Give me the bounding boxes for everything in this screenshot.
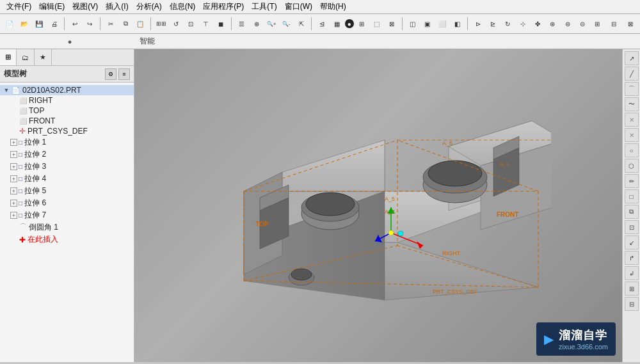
tb-btn-20[interactable]: ◧ (451, 17, 464, 31)
menu-file[interactable]: 文件(F) (3, 0, 35, 13)
menu-help[interactable]: 帮助(H) (316, 0, 350, 13)
undo-button[interactable]: ↩ (68, 17, 81, 31)
viewport[interactable]: A_5 A_5 A_4 A_1 TOP FRONT RIGHT PRT_CSYS… (134, 49, 622, 362)
right-btn-7[interactable]: ○ (625, 143, 639, 157)
right-btn-16[interactable]: ⊞ (625, 281, 639, 296)
expand-la4[interactable]: + (10, 175, 17, 182)
model-canvas[interactable]: A_5 A_5 A_4 A_1 TOP FRONT RIGHT PRT_CSYS… (134, 49, 622, 362)
tree-item-la7[interactable]: + □ 拉伸 7 (0, 209, 134, 221)
expand-la6[interactable]: + (10, 200, 17, 207)
menu-edit[interactable]: 编辑(E) (35, 0, 68, 13)
tree-item-right[interactable]: ⬜ RIGHT (0, 95, 134, 106)
paste-button[interactable]: 📋 (134, 17, 147, 31)
right-btn-15[interactable]: ↲ (625, 266, 639, 280)
right-btn-17[interactable]: ⊟ (625, 297, 639, 311)
tb-btn-28[interactable]: ⊝ (575, 17, 589, 31)
tb-btn-26[interactable]: ⊛ (546, 17, 559, 31)
cut-button[interactable]: ✂ (104, 17, 117, 31)
tb-btn-8[interactable]: 🔍+ (264, 17, 278, 31)
expand-la2[interactable]: + (10, 151, 17, 158)
tree-item-csys[interactable]: ✛ PRT_CSYS_DEF (0, 126, 134, 136)
copy-button[interactable]: ⧉ (118, 17, 132, 31)
expand-la5[interactable]: + (10, 187, 17, 194)
tb-btn-5[interactable]: ◼ (214, 17, 227, 31)
tree-item-file[interactable]: ▼ 📄 02D10AS02.PRT (0, 85, 134, 95)
sep-5 (311, 17, 312, 30)
right-btn-13[interactable]: ↙ (625, 235, 639, 249)
expand-la3[interactable]: + (10, 163, 17, 170)
redo-button[interactable]: ↪ (83, 17, 97, 31)
tree-item-chamfer[interactable]: ⌒ 倒圆角 1 (0, 221, 134, 233)
tree-item-la5[interactable]: + □ 拉伸 5 (0, 185, 134, 197)
tb-btn-27[interactable]: ⊜ (561, 17, 574, 31)
tree-item-la6[interactable]: + □ 拉伸 6 (0, 197, 134, 209)
tb-btn-4[interactable]: ⊤ (199, 17, 212, 31)
tab-fav[interactable]: ★ (35, 49, 52, 65)
tree-item-la2[interactable]: + □ 拉伸 2 (0, 148, 134, 161)
tree-item-la4[interactable]: + □ 拉伸 4 (0, 173, 134, 185)
tb-btn-7[interactable]: ⊕ (250, 17, 263, 31)
right-btn-10[interactable]: □ (625, 189, 639, 203)
right-btn-5[interactable]: ✕ (625, 113, 639, 127)
tb-btn-29[interactable]: ⊞ (591, 17, 604, 31)
tb-btn-16[interactable]: ⊠ (385, 17, 398, 31)
tree-item-top[interactable]: ⬜ TOP (0, 106, 134, 116)
tb-btn-17[interactable]: ◫ (406, 17, 419, 31)
right-btn-6[interactable]: ✕ (625, 128, 639, 142)
tree-item-front[interactable]: ⬜ FRONT (0, 116, 134, 126)
tb-btn-18[interactable]: ▣ (420, 17, 434, 31)
tb-btn-14[interactable]: ⊞ (355, 17, 369, 31)
expand-la1[interactable]: + (10, 139, 17, 146)
tb-btn-11[interactable]: ⊴ (315, 17, 328, 31)
right-btn-8[interactable]: ⬡ (625, 159, 639, 173)
right-btn-9[interactable]: ✏ (625, 174, 639, 188)
tb-btn-23[interactable]: ↻ (501, 17, 515, 31)
tb-btn-3[interactable]: ⊡ (184, 17, 198, 31)
right-btn-4[interactable]: 〜 (625, 97, 639, 111)
tab-grid[interactable]: ⊞ (0, 49, 17, 65)
sidebar-menu-btn[interactable]: ≡ (118, 68, 130, 80)
print-button[interactable]: 🖨 (47, 17, 61, 31)
menu-apps[interactable]: 应用程序(P) (199, 0, 248, 13)
right-btn-12[interactable]: ⊡ (625, 220, 639, 234)
new-button[interactable]: 📄 (3, 17, 16, 31)
menu-insert[interactable]: 插入(I) (102, 0, 132, 13)
tb-btn-12[interactable]: ▦ (330, 17, 344, 31)
menu-analysis[interactable]: 分析(A) (132, 0, 166, 13)
right-btn-14[interactable]: ↱ (625, 251, 639, 265)
expand-la7[interactable]: + (10, 212, 17, 219)
tab-folder[interactable]: 🗂 (17, 49, 35, 65)
tb-btn-10[interactable]: ⇱ (294, 17, 308, 31)
open-button[interactable]: 📂 (17, 17, 31, 31)
tb-btn-21[interactable]: ⊳ (471, 17, 484, 31)
tb-btn-6[interactable]: ☰ (235, 17, 248, 31)
tb-btn-25[interactable]: ✤ (531, 17, 544, 31)
tree-item-la3[interactable]: + □ 拉伸 3 (0, 161, 134, 173)
tb-btn-30[interactable]: ⊟ (607, 17, 621, 31)
right-btn-3[interactable]: ⌒ (625, 82, 639, 96)
tb-btn-24[interactable]: ⊹ (516, 17, 529, 31)
menu-view[interactable]: 视图(V) (68, 0, 102, 13)
save-button[interactable]: 💾 (33, 17, 46, 31)
right-btn-1[interactable]: ↗ (625, 51, 639, 65)
tb-btn-31[interactable]: ⊠ (623, 17, 637, 31)
right-btn-11[interactable]: ⧉ (625, 205, 639, 219)
tb-btn-22[interactable]: ⊵ (486, 17, 499, 31)
tb-btn-19[interactable]: ⬜ (435, 17, 449, 31)
tb-btn-13[interactable]: ● (345, 19, 354, 28)
svg-marker-5 (282, 140, 385, 191)
menu-tools[interactable]: 工具(T) (248, 0, 280, 13)
tree-item-la1[interactable]: + □ 拉伸 1 (0, 136, 134, 148)
tree-item-insert[interactable]: ✚ 在此插入 (0, 233, 134, 246)
menu-window[interactable]: 窗口(W) (281, 0, 316, 13)
tb-btn-15[interactable]: ⬚ (370, 17, 383, 31)
tb-btn-9[interactable]: 🔍- (280, 17, 293, 31)
menu-info[interactable]: 信息(N) (166, 0, 200, 13)
svg-marker-7 (449, 121, 532, 210)
sidebar-settings-btn[interactable]: ⚙ (105, 68, 116, 80)
tb-btn-1[interactable]: ⊞⊞ (154, 17, 168, 31)
right-btn-2[interactable]: ╱ (625, 67, 639, 81)
indicator-dot: ● (68, 38, 72, 45)
expand-file[interactable]: ▼ (3, 86, 10, 94)
tb-btn-2[interactable]: ↺ (169, 17, 182, 31)
